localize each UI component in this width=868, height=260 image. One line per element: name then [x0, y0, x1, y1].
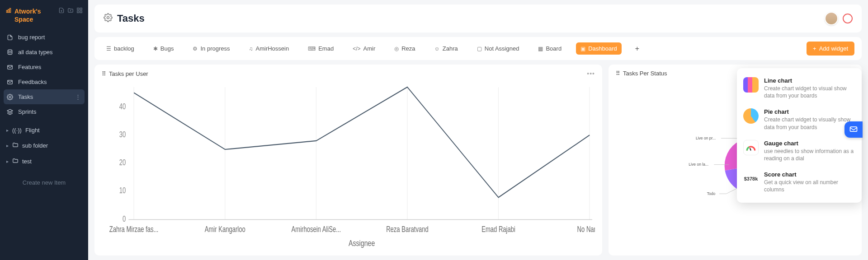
tab-label: AmirHossein: [256, 45, 289, 52]
tab-board[interactable]: ▦Board: [533, 42, 566, 55]
widget-title-text: Tasks per User: [109, 70, 148, 77]
sidebar-folder-test[interactable]: ▸ test: [0, 153, 88, 169]
popover-item-pie-chart[interactable]: Pie chart Create chart widget to visuall…: [743, 104, 855, 135]
sidebar-item-bug-report[interactable]: bug report: [0, 30, 88, 45]
add-tab-button[interactable]: +: [632, 43, 643, 55]
workspace-icon: [5, 7, 12, 15]
tab-label: Dashboard: [588, 45, 617, 52]
add-folder-icon[interactable]: [67, 7, 74, 15]
chevron-right-icon: ▸: [6, 159, 9, 164]
tab-amir[interactable]: </>Amir: [348, 42, 380, 55]
svg-point-7: [8, 50, 12, 51]
smile-icon: ☺: [434, 46, 440, 52]
sidebar-folder-flight[interactable]: ▸ ((·)) Flight: [0, 123, 88, 138]
sidebar: Atwork's Space bug report: [0, 0, 88, 260]
svg-rect-3: [77, 8, 79, 10]
tab-label: backlog: [114, 45, 134, 52]
grid-toggle-icon[interactable]: [76, 7, 83, 15]
pie-label: Live on la...: [689, 162, 708, 167]
popover-item-desc: use needles to show information as a rea…: [764, 148, 855, 162]
tab-backlog[interactable]: ☰backlog: [102, 42, 139, 55]
tab-label: Bugs: [160, 45, 174, 52]
popover-item-title: Score chart: [764, 171, 855, 178]
sidebar-item-features[interactable]: Features: [0, 60, 88, 74]
sidebar-folder-label: Flight: [25, 127, 40, 134]
sidebar-item-label: Sprints: [18, 108, 82, 115]
tab-label: Zahra: [443, 45, 458, 52]
status-ring-icon[interactable]: [843, 14, 853, 23]
svg-rect-0: [6, 10, 7, 13]
sidebar-folder-label: test: [22, 158, 32, 165]
code-icon: </>: [353, 46, 360, 52]
svg-rect-6: [80, 11, 82, 13]
gear-icon: [6, 94, 14, 100]
y-tick: 10: [119, 186, 126, 195]
widget-more-icon[interactable]: •••: [587, 70, 595, 77]
bug-icon: ✱: [153, 46, 158, 52]
headset-icon: ♫: [249, 46, 253, 52]
y-tick: 20: [119, 158, 126, 167]
tab-label: Board: [546, 45, 561, 52]
plus-icon: +: [813, 45, 816, 52]
main: Tasks ☰backlog ✱Bugs ⚙In progress ♫AmirH…: [88, 0, 868, 260]
drag-handle-icon[interactable]: ⠿: [102, 70, 106, 77]
mail-icon: [6, 79, 14, 85]
popover-item-desc: Create chart widget to visual show data …: [764, 85, 855, 99]
avatar[interactable]: [825, 12, 838, 25]
sidebar-item-sprints[interactable]: Sprints: [0, 104, 88, 119]
sidebar-folder-subfolder[interactable]: ▸ sub folder: [0, 138, 88, 153]
add-file-icon[interactable]: [58, 7, 65, 15]
sidebar-item-label: all data types: [18, 49, 82, 56]
tab-reza[interactable]: ◎Reza: [390, 42, 420, 55]
target-icon: ◎: [394, 46, 399, 52]
sidebar-item-feedbacks[interactable]: Feedbacks: [0, 74, 88, 89]
chat-fab[interactable]: [844, 121, 863, 138]
tab-label: Not Assigned: [485, 45, 519, 52]
popover-item-gauge-chart[interactable]: Gauge chart use needles to show informat…: [743, 135, 855, 167]
sidebar-item-label: Features: [18, 64, 82, 70]
svg-rect-5: [77, 11, 79, 13]
page-title: Tasks: [117, 13, 145, 24]
chevron-right-icon: ▸: [6, 143, 9, 148]
popover-item-line-chart[interactable]: Line chart Create chart widget to visual…: [743, 73, 855, 104]
mail-icon: [6, 64, 14, 70]
gear-icon: [104, 13, 113, 24]
more-icon[interactable]: ⋮: [75, 93, 81, 100]
workspace-title[interactable]: Atwork's Space: [5, 7, 58, 23]
calendar-icon: ▢: [477, 46, 482, 52]
tab-zahra[interactable]: ☺Zahra: [430, 42, 462, 55]
grid-icon: ▣: [580, 46, 585, 52]
widget-tasks-per-user: ⠿ Tasks per User •••: [94, 65, 602, 255]
tab-amirhossein[interactable]: ♫AmirHossein: [245, 42, 294, 55]
x-tick: Emad Rajabi: [481, 225, 515, 233]
nav-list: bug report all data types Features Feedb…: [0, 28, 88, 121]
chevron-right-icon: ▸: [6, 128, 9, 133]
sidebar-folder-label: sub folder: [22, 142, 48, 149]
add-widget-button[interactable]: + Add widget: [807, 42, 854, 56]
drag-handle-icon[interactable]: ⠿: [616, 70, 620, 77]
tab-emad[interactable]: ⌨Emad: [303, 42, 338, 55]
popover-item-score-chart[interactable]: $378k Score chart Get a quick view on al…: [743, 167, 855, 198]
widget-title-text: Tasks Per Status: [623, 70, 667, 77]
widgets-row: ⠿ Tasks per User •••: [94, 65, 862, 255]
folder-icon: [12, 142, 19, 149]
line-series: [134, 87, 590, 197]
workspace-title-text: Atwork's Space: [14, 7, 58, 23]
tab-not-assigned[interactable]: ▢Not Assigned: [472, 42, 524, 55]
layers-icon: ☰: [106, 46, 111, 52]
sidebar-item-label: Feedbacks: [18, 79, 82, 85]
tab-dashboard[interactable]: ▣Dashboard: [576, 42, 622, 55]
x-axis-title: Assignee: [349, 238, 375, 248]
create-new-item[interactable]: Create new Item: [0, 175, 88, 190]
y-tick: 0: [123, 214, 126, 223]
score-chart-icon: $378k: [743, 171, 759, 186]
tab-bugs[interactable]: ✱Bugs: [149, 42, 179, 55]
x-tick: Zahra Mirzae fas...: [109, 225, 159, 233]
sidebar-item-tasks[interactable]: Tasks ⋮: [4, 89, 85, 104]
database-icon: [6, 49, 14, 56]
tab-label: Reza: [401, 45, 415, 52]
x-tick: Amirhosein AliSe...: [292, 225, 341, 233]
popover-item-desc: Get a quick view on all number columns: [764, 179, 855, 193]
sidebar-item-all-data-types[interactable]: all data types: [0, 45, 88, 60]
tab-in-progress[interactable]: ⚙In progress: [188, 42, 234, 55]
